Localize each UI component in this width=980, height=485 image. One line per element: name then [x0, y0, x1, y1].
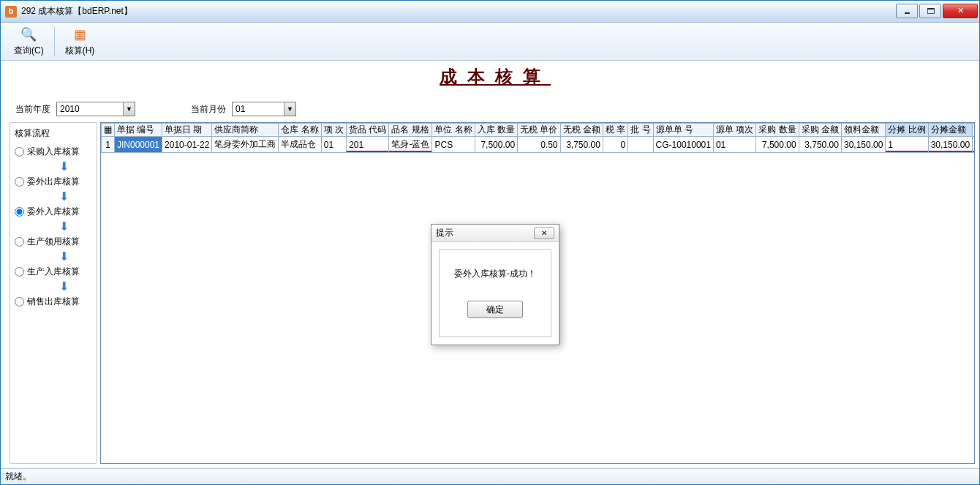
chevron-down-icon[interactable]: ▼: [123, 102, 135, 116]
query-label: 查询(C): [14, 45, 44, 57]
year-combo[interactable]: ▼: [56, 102, 135, 116]
cell[interactable]: 3,750.00: [560, 137, 603, 153]
flow-radio[interactable]: [15, 237, 24, 247]
column-header[interactable]: 源单单 号: [653, 124, 713, 137]
column-header[interactable]: 单位 名称: [432, 124, 475, 137]
flow-sidebar: 核算流程 采购入库核算⬇委外出库核算⬇委外入库核算⬇生产领用核算⬇生产入库核算⬇…: [10, 122, 97, 464]
cell[interactable]: 4.52: [973, 137, 975, 153]
dialog-message: 委外入库核算-成功！: [454, 268, 536, 280]
sidebar-title: 核算流程: [15, 127, 92, 140]
table-row[interactable]: 1JIN0000012010-01-22笔身委外加工商半成品仓01201笔身-蓝…: [102, 137, 976, 153]
cell[interactable]: CG-10010001: [653, 137, 713, 153]
flow-radio[interactable]: [15, 207, 24, 217]
column-header[interactable]: 领料金额: [841, 124, 885, 137]
maximize-button[interactable]: 🗖: [919, 4, 941, 18]
cell[interactable]: 半成品仓: [279, 137, 321, 153]
month-input[interactable]: [233, 102, 284, 116]
year-input[interactable]: [57, 102, 123, 116]
flow-step-0[interactable]: 采购入库核算: [15, 146, 92, 158]
magnifier-icon: 🔍: [20, 26, 37, 43]
flow-step-label: 生产领用核算: [27, 236, 80, 248]
window-controls: 🗕 🗖 ✕: [894, 4, 978, 20]
cell[interactable]: 30,150.00: [841, 137, 885, 153]
column-header[interactable]: 单据 编号: [115, 124, 162, 137]
page-title-row: 成本核算: [1, 61, 979, 99]
cell[interactable]: PCS: [432, 137, 475, 153]
column-header[interactable]: 供应商简称: [212, 124, 279, 137]
statusbar: 就绪。: [1, 468, 979, 484]
cell[interactable]: JIN000001: [115, 137, 162, 153]
column-header[interactable]: 项 次: [321, 124, 346, 137]
arrow-down-icon: ⬇: [35, 192, 92, 201]
column-header[interactable]: 源单 项次: [713, 124, 755, 137]
flow-step-5[interactable]: 销售出库核算: [15, 296, 92, 308]
column-header[interactable]: 单据日 期: [162, 124, 212, 137]
column-header[interactable]: 分摊 比例: [886, 124, 928, 137]
cell[interactable]: 2010-01-22: [162, 137, 212, 153]
flow-radio[interactable]: [15, 177, 24, 187]
minimize-button[interactable]: 🗕: [896, 4, 918, 18]
column-header[interactable]: 分摊金额: [928, 124, 972, 137]
flow-radio[interactable]: [15, 297, 24, 307]
cell[interactable]: 1: [886, 137, 928, 153]
flow-radio[interactable]: [15, 147, 24, 157]
calc-label: 核算(H): [65, 45, 95, 57]
column-header[interactable]: 仓库 名称: [279, 124, 321, 137]
month-combo[interactable]: ▼: [232, 102, 296, 116]
chevron-down-icon[interactable]: ▼: [284, 102, 295, 116]
cell[interactable]: [628, 137, 653, 153]
flow-step-1[interactable]: 委外出库核算: [15, 176, 92, 188]
column-header[interactable]: 品名 规格: [389, 124, 432, 137]
ok-button[interactable]: 确定: [467, 301, 523, 318]
cell[interactable]: 3,750.00: [799, 137, 841, 153]
column-header[interactable]: 期末单位 成本: [973, 124, 975, 137]
app-window: b 292 成本核算【bdERP.net】 🗕 🗖 ✕ 🔍 查询(C) ▦ 核算…: [0, 0, 980, 485]
window-title: 292 成本核算【bdERP.net】: [21, 5, 894, 18]
query-button[interactable]: 🔍 查询(C): [8, 24, 50, 59]
dialog-close-button[interactable]: ✕: [534, 228, 554, 239]
cell[interactable]: 笔身-蓝色: [389, 137, 432, 153]
dialog-titlebar[interactable]: 提示 ✕: [431, 225, 559, 242]
column-header[interactable]: 货品 代码: [347, 124, 389, 137]
toolbar-separator: [54, 27, 55, 56]
arrow-down-icon: ⬇: [35, 252, 92, 261]
cell[interactable]: 201: [347, 137, 389, 153]
flow-step-2[interactable]: 委外入库核算: [15, 206, 92, 218]
calc-button[interactable]: ▦ 核算(H): [59, 24, 101, 59]
grid-corner[interactable]: ▦: [102, 124, 115, 137]
arrow-down-icon: ⬇: [35, 222, 92, 231]
message-dialog[interactable]: 提示 ✕ 委外入库核算-成功！ 确定: [431, 224, 559, 345]
flow-step-label: 委外入库核算: [27, 206, 80, 218]
cell[interactable]: 7,500.00: [756, 137, 799, 153]
flow-step-label: 采购入库核算: [27, 146, 80, 158]
year-label: 当前年度: [15, 103, 50, 116]
cell[interactable]: 笔身委外加工商: [212, 137, 279, 153]
titlebar[interactable]: b 292 成本核算【bdERP.net】 🗕 🗖 ✕: [1, 1, 979, 23]
cell[interactable]: 0.50: [518, 137, 560, 153]
dialog-inner: 委外入库核算-成功！ 确定: [439, 249, 551, 337]
month-label: 当前月份: [191, 103, 226, 116]
column-header[interactable]: 无税 金额: [560, 124, 603, 137]
row-index[interactable]: 1: [102, 137, 115, 153]
page-title: 成本核算: [429, 67, 551, 86]
content-area: 成本核算 当前年度 ▼ 当前月份 ▼ 核算流程 采购入库核算⬇委外出库核算⬇委外…: [1, 61, 979, 468]
flow-step-4[interactable]: 生产入库核算: [15, 266, 92, 278]
column-header[interactable]: 无税 单价: [518, 124, 560, 137]
column-header[interactable]: 税 率: [603, 124, 627, 137]
flow-step-label: 委外出库核算: [27, 176, 80, 188]
flow-step-3[interactable]: 生产领用核算: [15, 236, 92, 248]
cell[interactable]: 30,150.00: [928, 137, 972, 153]
column-header[interactable]: 采购 金额: [799, 124, 841, 137]
cell[interactable]: 7,500.00: [475, 137, 517, 153]
column-header[interactable]: 入库 数量: [475, 124, 517, 137]
cell[interactable]: 0: [603, 137, 627, 153]
column-header[interactable]: 采购 数量: [756, 124, 799, 137]
arrow-down-icon: ⬇: [35, 162, 92, 171]
close-button[interactable]: ✕: [943, 4, 978, 18]
cell[interactable]: 01: [321, 137, 346, 153]
dialog-body: 委外入库核算-成功！ 确定: [431, 242, 559, 345]
flow-radio[interactable]: [15, 267, 24, 277]
cell[interactable]: 01: [713, 137, 755, 153]
column-header[interactable]: 批 号: [628, 124, 653, 137]
status-text: 就绪。: [5, 470, 31, 483]
